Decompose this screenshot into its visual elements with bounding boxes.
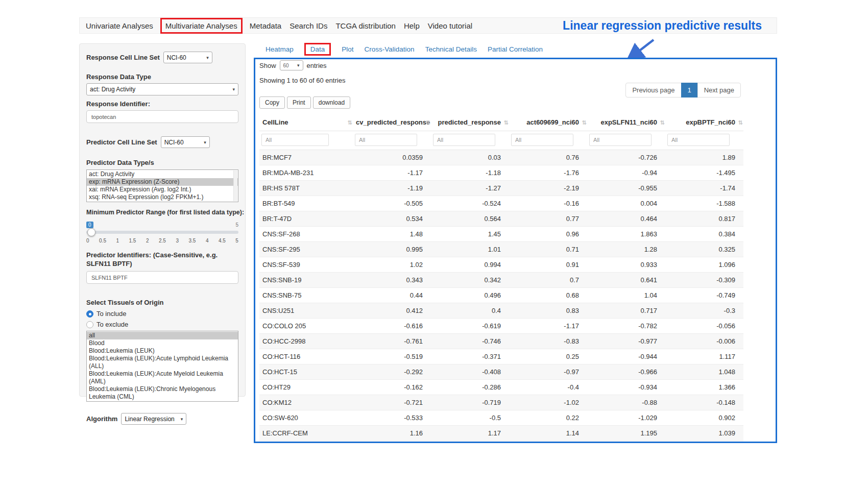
table-row[interactable]: CNS:SF-5391.020.9940.910.9331.096 <box>259 257 743 273</box>
filter-cell <box>587 131 665 150</box>
cell-value: 0.44 <box>353 288 431 303</box>
nav-item-help[interactable]: Help <box>404 21 420 30</box>
chevron-down-icon: ▾ <box>204 140 206 145</box>
column-header-label: act609699_nci60 <box>526 118 579 126</box>
option-blood[interactable]: Blood <box>87 339 238 347</box>
table-row[interactable]: CNS:SNB-190.3430.3420.70.641-0.309 <box>259 273 743 288</box>
nav-item-metadata[interactable]: Metadata <box>250 21 282 30</box>
cell-value: 0.534 <box>353 211 431 227</box>
table-row[interactable]: CO:COLO 205-0.616-0.619-1.17-0.782-0.056 <box>259 319 743 334</box>
slider-tick: 2 <box>146 238 149 243</box>
column-header-cv-predicted-response[interactable]: cv_predicted_response⇅ <box>353 114 431 131</box>
option-blood-leukemia-leuk-acute-myeloid-leukemia-aml[interactable]: Blood:Leukemia (LEUK):Acute Myeloid Leuk… <box>87 370 238 385</box>
cell-value: -1.029 <box>587 410 665 426</box>
cell-value: 0.995 <box>353 242 431 257</box>
nav-item-univariate-analyses[interactable]: Univariate Analyses <box>86 21 153 30</box>
cell-cellline: CO:SW-620 <box>259 410 353 426</box>
tab-partial-correlation[interactable]: Partial Correlation <box>488 45 543 53</box>
nav-item-tcga-distribution[interactable]: TCGA distribution <box>335 21 396 30</box>
filter-input-expslfn11-nci60[interactable] <box>589 134 652 146</box>
print-button[interactable]: Print <box>287 96 311 109</box>
filter-input-predicted-response[interactable] <box>433 134 495 146</box>
table-row[interactable]: CO:HCC-2998-0.761-0.746-0.83-0.977-0.006 <box>259 334 743 349</box>
cell-value: -2.19 <box>509 181 587 196</box>
filter-input-cellline[interactable] <box>261 134 329 146</box>
cell-value: -0.162 <box>353 380 431 395</box>
radio-icon <box>86 310 93 318</box>
tab-cross-validation[interactable]: Cross-Validation <box>365 45 415 53</box>
table-row[interactable]: BR:HS 578T-1.19-1.27-2.19-0.955-1.74 <box>259 181 743 196</box>
cell-value: 1.195 <box>587 426 665 441</box>
table-row[interactable]: CNS:SF-2950.9951.010.711.280.325 <box>259 242 743 257</box>
tab-plot[interactable]: Plot <box>342 45 353 53</box>
table-row[interactable]: BR:MCF70.03590.030.76-0.7261.89 <box>259 150 743 165</box>
response-identifier-label: Response Identifier: <box>86 100 238 108</box>
option-blood-leukemia-leuk-acute-lymphoid-leukemia-all[interactable]: Blood:Leukemia (LEUK):Acute Lymphoid Leu… <box>87 355 238 370</box>
download-button[interactable]: download <box>313 96 350 109</box>
option-blood-leukemia-leuk-chronic-myelogenous-leukemia-cml[interactable]: Blood:Leukemia (LEUK):Chronic Myelogenou… <box>87 385 238 401</box>
nav-item-multivariate-analyses[interactable]: Multivariate Analyses <box>160 18 243 34</box>
slider-track[interactable] <box>86 231 238 234</box>
algorithm-select[interactable]: Linear Regression ▾ <box>121 413 186 425</box>
filter-input-cv-predicted-response[interactable] <box>355 134 417 146</box>
response-identifier-input[interactable]: topotecan <box>86 110 238 123</box>
column-header-expslfn11-nci60[interactable]: expSLFN11_nci60⇅ <box>587 114 665 131</box>
option-xai-mrna-expression-avg-log2-int[interactable]: xai: mRNA Expression (Avg. log2 Int.) <box>87 186 238 193</box>
option-exp-mrna-expression-z-score[interactable]: exp: mRNA Expression (Z-Score) <box>87 178 238 186</box>
table-row[interactable]: CNS:SF-2681.481.450.961.8630.384 <box>259 227 743 242</box>
slider-handle[interactable] <box>87 228 95 236</box>
column-header-expbptf-nci60[interactable]: expBPTF_nci60⇅ <box>665 114 743 131</box>
next-page-button[interactable]: Next page <box>697 83 741 97</box>
table-row[interactable]: BR:BT-549-0.505-0.524-0.160.004-1.588 <box>259 196 743 211</box>
table-row[interactable]: CO:SW-620-0.533-0.50.22-1.0290.902 <box>259 410 743 426</box>
column-header-label: expBPTF_nci60 <box>686 118 735 126</box>
table-row[interactable]: CNS:SNB-750.440.4960.681.04-0.749 <box>259 288 743 303</box>
tissue-list[interactable]: allBloodBlood:Leukemia (LEUK)Blood:Leuke… <box>86 331 238 402</box>
tab-technical-details[interactable]: Technical Details <box>425 45 477 53</box>
current-page-button[interactable]: 1 <box>681 83 698 97</box>
filter-input-expbptf-nci60[interactable] <box>667 134 730 146</box>
radio-to-include[interactable]: To include <box>86 310 238 318</box>
table-row[interactable]: CO:KM12-0.721-0.719-1.02-0.88-0.148 <box>259 395 743 410</box>
table-row[interactable]: LE:CCRF-CEM1.161.171.141.1951.039 <box>259 426 743 441</box>
column-header-predicted-response[interactable]: predicted_response⇅ <box>431 114 509 131</box>
cell-value: -0.292 <box>353 364 431 380</box>
cell-value: 1.16 <box>353 426 431 441</box>
cell-value: 0.0359 <box>353 150 431 165</box>
cell-value: 0.994 <box>431 257 509 273</box>
previous-page-button[interactable]: Previous page <box>625 83 681 97</box>
tab-heatmap[interactable]: Heatmap <box>266 45 294 53</box>
table-row[interactable]: CO:HT29-0.162-0.286-0.4-0.9341.366 <box>259 380 743 395</box>
radio-to-exclude[interactable]: To exclude <box>86 321 238 328</box>
column-header-cellline[interactable]: CellLine⇅ <box>259 114 353 131</box>
table-row[interactable]: CNS:U2510.4120.40.830.717-0.3 <box>259 303 743 319</box>
cell-value: 1.48 <box>353 227 431 242</box>
filter-input-act609699-nci60[interactable] <box>511 134 573 146</box>
slider-tick: 3.5 <box>188 238 196 243</box>
min-predictor-range-slider[interactable]: 0 5 00.511.522.533.544.55 <box>86 221 238 243</box>
response-data-type-select[interactable]: act: Drug Activity ▾ <box>86 83 238 95</box>
column-header-act609699-nci60[interactable]: act609699_nci60⇅ <box>509 114 587 131</box>
nav-item-search-ids[interactable]: Search IDs <box>290 21 327 30</box>
predictor-identifiers-input[interactable]: SLFN11 BPTF <box>86 271 238 284</box>
show-entries-select[interactable]: 60 ▾ <box>280 60 303 70</box>
response-cell-line-set-select[interactable]: NCI-60 ▾ <box>163 52 212 63</box>
predictor-cell-line-set-value: NCI-60 <box>164 139 184 146</box>
tab-data[interactable]: Data <box>304 43 331 56</box>
table-row[interactable]: BR:MDA-MB-231-1.17-1.18-1.76-0.94-1.495 <box>259 165 743 181</box>
table-row[interactable]: CO:HCT-15-0.292-0.408-0.97-0.9661.048 <box>259 364 743 380</box>
cell-value: 1.366 <box>665 380 743 395</box>
cell-value: 1.89 <box>665 150 743 165</box>
predictor-cell-line-set-select[interactable]: NCI-60 ▾ <box>161 136 210 148</box>
nav-item-video-tutorial[interactable]: Video tutorial <box>428 21 472 30</box>
copy-button[interactable]: Copy <box>259 96 285 109</box>
table-row[interactable]: CO:HCT-116-0.519-0.3710.25-0.9441.117 <box>259 349 743 364</box>
option-all[interactable]: all <box>87 332 238 339</box>
cell-value: 0.68 <box>509 441 587 444</box>
table-row[interactable]: LE:HL-60(TB)0.9510.9340.681.3070.031 <box>259 441 743 444</box>
table-row[interactable]: BR:T-47D0.5340.5640.770.4640.817 <box>259 211 743 227</box>
option-act-drug-activity[interactable]: act: Drug Activity <box>87 170 238 178</box>
option-xsq-rna-seq-expression-log2-fpkm-1[interactable]: xsq: RNA-seq Expression (log2 FPKM+1.) <box>87 193 238 201</box>
option-blood-leukemia-leuk[interactable]: Blood:Leukemia (LEUK) <box>87 347 238 355</box>
predictor-data-type-list[interactable]: act: Drug Activityexp: mRNA Expression (… <box>86 169 238 202</box>
